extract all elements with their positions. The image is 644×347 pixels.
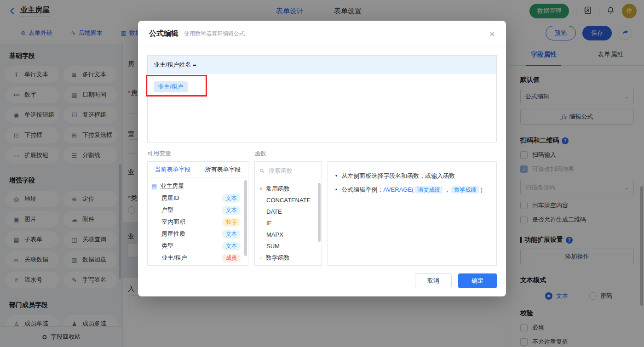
- modal-title: 公式编辑: [149, 29, 178, 39]
- variables-tree: ▤ 业主房屋 房屋ID文本 户型文本 室内面积数字 房屋性质文本 类型文本 业主…: [148, 177, 248, 266]
- bullet-icon: •: [335, 171, 337, 181]
- functions-panel: ∨ 常用函数 CONCATENATE DATE IF MAPX SUM › 数学…: [254, 161, 322, 266]
- modal-subtitle: 使用数学运算符编辑公式: [184, 30, 245, 38]
- tab-current-form-fields[interactable]: 当前表单字段: [148, 162, 198, 177]
- type-tag: 成员: [222, 254, 241, 262]
- modal-footer: 取消 确定: [147, 273, 497, 288]
- help-panel: • 从左侧面板选择字段名和函数，或输入函数 • 公式编辑举例：AVERAGE(语…: [328, 161, 497, 266]
- variable-row[interactable]: 户型文本: [151, 204, 244, 216]
- function-search-input[interactable]: [269, 167, 317, 174]
- variable-row[interactable]: 室内面积数字: [151, 216, 244, 228]
- variables-label: 可用变量: [147, 149, 248, 158]
- cancel-button[interactable]: 取消: [415, 273, 452, 288]
- formula-box: 业主/租户姓名 = 业主/租户: [147, 55, 497, 142]
- functions-label: 函数: [254, 149, 322, 158]
- function-item[interactable]: MAPX: [257, 229, 320, 240]
- variable-row[interactable]: 房屋ID文本: [151, 192, 244, 204]
- variable-row[interactable]: 类型文本: [151, 240, 244, 252]
- variables-scrollbar[interactable]: [244, 180, 247, 256]
- panels-row: 当前表单字段 所有表单字段 ▤ 业主房屋 房屋ID文本 户型文本 室内面积数字 …: [147, 158, 497, 266]
- modal-header: 公式编辑 使用数学运算符编辑公式 ×: [138, 21, 506, 47]
- formula-editor-area[interactable]: 业主/租户: [148, 74, 496, 100]
- type-tag: 文本: [222, 230, 241, 239]
- function-item[interactable]: SUM: [257, 240, 320, 252]
- tree-root-form[interactable]: ▤ 业主房屋: [151, 180, 244, 192]
- help-line-2: • 公式编辑举例：AVERAGE(语文成绩，数学成绩): [335, 185, 489, 195]
- type-tag: 文本: [222, 194, 241, 203]
- formula-target-bar: 业主/租户姓名 =: [148, 56, 496, 74]
- formula-field-chip[interactable]: 业主/租户: [154, 81, 188, 92]
- function-search: [255, 162, 322, 180]
- example-chip-math: 数学成绩: [451, 186, 479, 193]
- help-line-1: • 从左侧面板选择字段名和函数，或输入函数: [335, 171, 489, 181]
- chevron-right-icon: ›: [259, 255, 263, 261]
- help-label-spacer: [328, 149, 497, 158]
- function-group-math[interactable]: › 数学函数: [257, 252, 320, 263]
- type-tag: 数字: [222, 218, 241, 227]
- variable-row[interactable]: 房屋性质文本: [151, 228, 244, 240]
- chevron-expanded-icon: ∨: [259, 186, 263, 192]
- bullet-icon: •: [335, 185, 337, 195]
- function-item[interactable]: DATE: [257, 206, 320, 217]
- document-icon: ▤: [151, 183, 157, 190]
- formula-editor-modal: 公式编辑 使用数学运算符编辑公式 × 业主/租户姓名 = 业主/租户 可用变量 …: [138, 21, 506, 296]
- function-group-common[interactable]: ∨ 常用函数: [257, 183, 320, 194]
- close-icon[interactable]: ×: [489, 29, 495, 39]
- panel-labels-row: 可用变量 函数: [147, 142, 497, 158]
- function-item[interactable]: IF: [257, 217, 320, 229]
- function-item[interactable]: CONCATENATE: [257, 194, 320, 206]
- type-tag: 文本: [222, 206, 241, 215]
- search-icon: [259, 168, 265, 174]
- variables-panel: 当前表单字段 所有表单字段 ▤ 业主房屋 房屋ID文本 户型文本 室内面积数字 …: [147, 161, 248, 266]
- confirm-button[interactable]: 确定: [458, 273, 497, 288]
- type-tag: 文本: [222, 242, 241, 250]
- example-function: AVERAGE(: [383, 186, 414, 193]
- variables-tabs: 当前表单字段 所有表单字段: [148, 162, 248, 177]
- example-chip-chinese: 语文成绩: [415, 186, 443, 193]
- form-designer-app: 业主房屋 表单设计 表单设置 数据管理 作 ⊘ 表单外链 ∿ 后端脚本: [0, 0, 644, 347]
- function-group-text[interactable]: › 文本函数: [257, 263, 320, 266]
- functions-scrollbar[interactable]: [318, 183, 321, 242]
- tab-all-form-fields[interactable]: 所有表单字段: [198, 162, 248, 177]
- variable-row[interactable]: 业主/租户成员: [151, 252, 244, 264]
- modal-body: 业主/租户姓名 = 业主/租户 可用变量 函数 当前表单字段 所有表单字段: [138, 47, 506, 288]
- functions-tree: ∨ 常用函数 CONCATENATE DATE IF MAPX SUM › 数学…: [255, 180, 322, 266]
